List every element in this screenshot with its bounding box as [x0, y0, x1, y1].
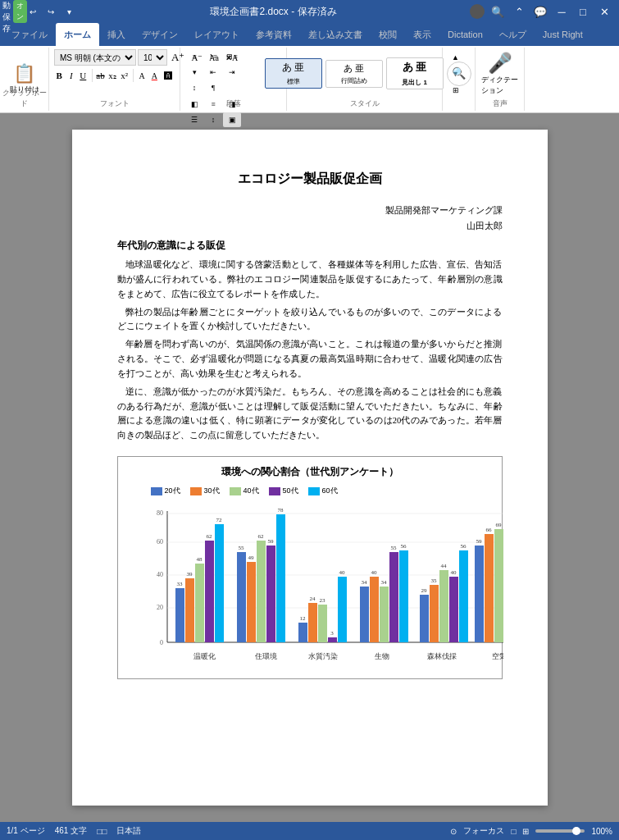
legend-color-60s: [308, 487, 320, 495]
svg-text:72: 72: [216, 517, 222, 523]
more-btn[interactable]: ▾: [61, 3, 77, 20]
bar-chart: 0 20 40 60 80 33 39 48: [143, 503, 503, 667]
text-highlight-btn[interactable]: A: [137, 67, 148, 84]
outdent-btn[interactable]: ⇤: [204, 65, 222, 80]
status-left: 1/1 ページ 461 文字 □□ 日本語: [7, 825, 141, 837]
bar-seibutsu-60s: [399, 550, 408, 642]
tab-justright[interactable]: Just Right: [535, 23, 591, 46]
comments-btn[interactable]: 💬: [532, 3, 548, 20]
indent-btn[interactable]: ⇥: [223, 65, 241, 80]
ribbon: 📋 貼り付け クリップボード MS 明朝 (本文の 10.5 A⁺ A⁻ Aa …: [0, 46, 619, 113]
status-bar: 1/1 ページ 461 文字 □□ 日本語 ⊙ フォーカス □ ⊞ 100%: [0, 822, 619, 840]
shading-btn[interactable]: ▣: [223, 112, 241, 127]
dictation-label: ディクテーション: [481, 75, 518, 96]
sort-btn[interactable]: ↕: [185, 80, 203, 95]
bullets-btn[interactable]: ≡: [185, 49, 203, 64]
svg-text:34: 34: [361, 579, 367, 586]
search-btn[interactable]: 🔍: [489, 3, 506, 20]
zoom-slider[interactable]: [535, 829, 585, 833]
svg-text:55: 55: [390, 545, 397, 551]
view-web-icon[interactable]: ⊞: [522, 827, 529, 836]
font-row2: B I U ab x₂ x² A A 🅰: [54, 67, 175, 84]
superscript-btn[interactable]: x²: [119, 68, 130, 83]
char-shading-btn[interactable]: 🅰: [162, 67, 175, 84]
zoom-level: 100%: [591, 827, 612, 836]
search-box[interactable]: 🔍: [447, 62, 471, 86]
svg-text:39: 39: [186, 571, 193, 578]
bar-shinrin-40s: [439, 570, 448, 642]
font-color-group: A: [137, 67, 148, 84]
show-marks-btn[interactable]: ¶: [204, 80, 222, 95]
tab-insert[interactable]: 挿入: [99, 23, 134, 46]
undo-btn[interactable]: ↩: [25, 3, 41, 20]
strikethrough-btn[interactable]: ab: [95, 68, 106, 83]
italic-btn[interactable]: I: [66, 68, 77, 83]
tab-home[interactable]: ホーム: [56, 23, 99, 46]
para-btns-top: ≡ 1≡ ⊞≡ ▾ ⇤ ⇥ ↕ ¶: [185, 49, 244, 95]
paste-icon: 📋: [13, 63, 35, 84]
svg-text:12: 12: [299, 615, 306, 622]
paragraph-4: 逆に、意識が低かったのが水質汚染だ。もちろん、その意識を高めることは社会的にも意…: [117, 385, 503, 443]
legend-20s: 20代: [151, 486, 180, 496]
tab-review[interactable]: 校閲: [371, 23, 405, 46]
minimize-btn[interactable]: ─: [553, 3, 570, 20]
numbering-btn[interactable]: 1≡: [204, 49, 222, 64]
bar-seibutsu-40s: [380, 587, 389, 642]
svg-text:23: 23: [319, 597, 325, 604]
svg-text:80: 80: [157, 509, 163, 517]
subscript-btn[interactable]: x₂: [107, 68, 118, 83]
svg-text:水質汚染: 水質汚染: [308, 652, 338, 660]
style-compact-btn[interactable]: あ 亜行間詰め: [325, 60, 383, 88]
tab-view[interactable]: 表示: [405, 23, 439, 46]
page-info: 1/1 ページ: [7, 825, 45, 837]
bar-shinrin-20s: [420, 595, 429, 642]
document-title: エコロジー製品販促企画: [117, 171, 503, 188]
tab-help[interactable]: ヘルプ: [491, 23, 535, 46]
legend-label-20s: 20代: [165, 486, 180, 496]
close-btn[interactable]: ✕: [596, 3, 612, 20]
document-body: 地球温暖化など、環境に関する啓蒙活動として、各種媒体等を利用した広告、宣伝、告知…: [117, 258, 503, 443]
ribbon-toggle-btn[interactable]: ⌃: [511, 3, 527, 20]
paragraph-1: 地球温暖化など、環境に関する啓蒙活動として、各種媒体等を利用した広告、宣伝、告知…: [117, 258, 503, 302]
bar-shinrin-30s: [430, 585, 439, 642]
svg-text:40: 40: [157, 571, 163, 578]
line-spacing-btn[interactable]: ↕: [204, 112, 222, 127]
font-size-select[interactable]: 10.5: [138, 49, 167, 66]
style-normal-btn[interactable]: あ 亜標準: [265, 58, 322, 89]
font-name-select[interactable]: MS 明朝 (本文の: [54, 49, 136, 66]
tab-mailings[interactable]: 差し込み文書: [300, 23, 371, 46]
page[interactable]: エコロジー製品販促企画 製品開発部マーケティング課 山田太郎 年代別の意識による…: [72, 130, 548, 806]
underline-btn[interactable]: U: [78, 68, 89, 83]
dictation-btn[interactable]: 🎤 ディクテーション: [480, 52, 521, 95]
style-heading1-btn[interactable]: あ 亜見出し 1: [386, 57, 444, 89]
para-more-btn[interactable]: ▾: [185, 65, 203, 80]
focus-label[interactable]: フォーカス: [463, 825, 504, 837]
legend-color-50s: [269, 487, 280, 495]
svg-text:空気: 空気: [492, 652, 503, 660]
bar-shinrin-60s: [459, 550, 468, 642]
view-normal-icon[interactable]: □: [511, 827, 516, 836]
font-color-btn[interactable]: A: [149, 67, 160, 84]
justify-btn[interactable]: ☰: [185, 112, 203, 127]
ribbon-group-font: MS 明朝 (本文の 10.5 A⁺ A⁻ Aa ✕A B I U ab x₂ …: [49, 48, 180, 111]
legend-color-40s: [230, 487, 241, 495]
svg-text:森林伐採: 森林伐採: [427, 652, 457, 660]
tab-file[interactable]: ファイル: [3, 23, 56, 46]
bar-kuuki-30s: [485, 534, 494, 642]
tab-design[interactable]: デザイン: [134, 23, 186, 46]
bar-juukan-50s: [266, 546, 275, 642]
multilevel-btn[interactable]: ⊞≡: [223, 49, 241, 64]
tab-dictation[interactable]: Dictation: [439, 23, 491, 46]
microphone-icon: 🎤: [488, 52, 512, 75]
redo-btn[interactable]: ↪: [43, 3, 59, 20]
tab-layout[interactable]: レイアウト: [186, 23, 248, 46]
autosave-toggle[interactable]: 自動保存 オン: [7, 3, 23, 20]
tab-references[interactable]: 参考資料: [248, 23, 300, 46]
bar-suishitsu-50s: [328, 637, 337, 642]
language: 日本語: [116, 825, 141, 837]
maximize-btn[interactable]: □: [575, 3, 591, 20]
svg-text:生物: 生物: [375, 652, 389, 660]
user-avatar[interactable]: [470, 4, 485, 19]
bold-btn[interactable]: B: [54, 68, 65, 83]
separator: [92, 69, 93, 82]
